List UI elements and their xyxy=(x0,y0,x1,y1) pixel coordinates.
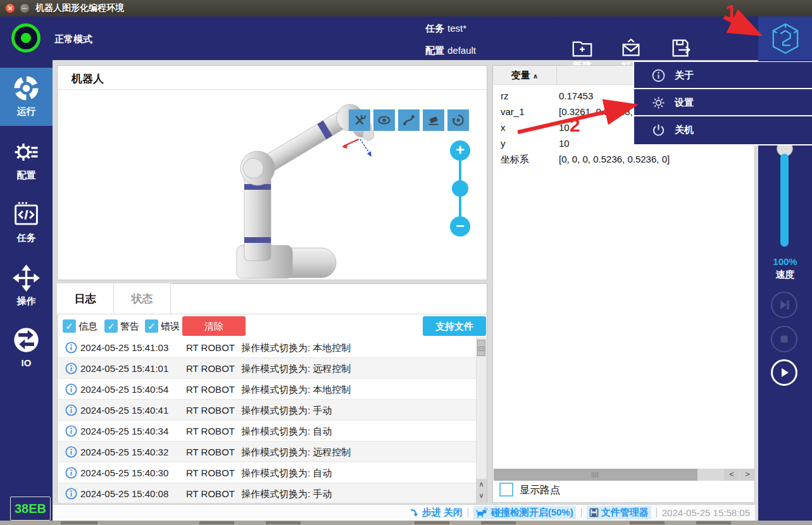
menu-item-shutdown[interactable]: 关机 xyxy=(634,116,812,144)
open-icon xyxy=(620,37,642,59)
robot-panel-header: 机器人 xyxy=(58,66,487,90)
variable-name: var_1 xyxy=(501,106,525,117)
sidebar-item-run[interactable]: 运行 xyxy=(0,68,53,126)
minimize-icon[interactable] xyxy=(20,3,30,13)
view-path-button[interactable] xyxy=(398,109,420,131)
scroll-right-icon[interactable]: > xyxy=(740,469,755,481)
clear-log-button[interactable]: 清除 xyxy=(182,316,246,336)
info-icon xyxy=(65,446,77,458)
info-icon xyxy=(65,404,77,416)
scrollbar-grip-icon xyxy=(592,472,599,478)
zoom-slider-handle[interactable] xyxy=(452,180,468,197)
filter-warning-checkbox[interactable]: ✓ xyxy=(104,319,118,333)
log-message: 操作模式切换为: 手动 xyxy=(241,405,332,417)
taskbar-strip xyxy=(0,521,812,525)
view-erase-button[interactable] xyxy=(423,109,444,131)
zoom-in-button[interactable]: + xyxy=(450,140,470,161)
variables-hscrollbar-thumb[interactable] xyxy=(494,469,697,481)
info-icon xyxy=(652,69,665,82)
variables-hscrollbar-track[interactable]: < > xyxy=(494,469,754,481)
speed-slider-track[interactable] xyxy=(780,154,789,247)
log-scrollbar-track[interactable] xyxy=(476,337,487,503)
support-files-button[interactable]: 支持文件 xyxy=(423,316,486,336)
log-message: 操作模式切换为: 自动 xyxy=(241,467,332,479)
step-forward-button[interactable] xyxy=(771,292,797,318)
status-datetime: 2024-05-25 15:58:05 xyxy=(662,507,750,518)
sidebar-item-task[interactable]: 任务 xyxy=(0,194,53,252)
scroll-down-icon[interactable]: ∨ xyxy=(476,491,487,500)
taskbar-segment xyxy=(61,521,97,524)
menu-item-about[interactable]: 关于 xyxy=(634,62,812,89)
filter-info-checkbox[interactable]: ✓ xyxy=(63,319,76,333)
info-icon xyxy=(65,342,77,354)
log-source: RT ROBOT xyxy=(186,384,235,395)
sidebar-item-operate[interactable]: 操作 xyxy=(0,257,53,316)
zoom-out-button[interactable]: − xyxy=(450,216,470,237)
top-header-bar: 正常模式 任务 test* 配置 default 新建 打开 xyxy=(0,16,812,60)
run-icon xyxy=(12,74,41,102)
taskbar-segment xyxy=(630,521,665,524)
sort-chevron-up-icon: ∧ xyxy=(533,72,539,80)
log-message: 操作模式切换为: 自动 xyxy=(241,426,332,438)
io-icon xyxy=(12,326,41,354)
power-icon xyxy=(652,123,665,137)
log-scrollbar-thumb[interactable] xyxy=(477,340,485,356)
close-icon[interactable] xyxy=(5,3,15,13)
play-button[interactable] xyxy=(771,359,797,386)
taskbar-segment xyxy=(415,521,449,524)
log-time: 2024-05-25 15:40:08 xyxy=(80,488,168,499)
new-folder-icon xyxy=(571,37,594,59)
variables-sort-header[interactable]: 变量 ∧ xyxy=(493,66,557,85)
info-icon xyxy=(65,425,77,437)
log-source: RT ROBOT xyxy=(186,405,235,416)
log-row: 2024-05-25 15:40:34 RT ROBOT 操作模式切换为: 自动 xyxy=(58,421,476,442)
skip-next-icon xyxy=(776,297,792,313)
system-dropdown-menu: 关于 设置 关机 xyxy=(633,61,812,145)
play-icon xyxy=(776,364,792,381)
show-waypoints-label: 显示路点 xyxy=(520,484,560,497)
taskbar-segment xyxy=(696,521,731,524)
filter-error-checkbox[interactable]: ✓ xyxy=(145,319,158,333)
menu-item-settings[interactable]: 设置 xyxy=(634,89,812,116)
tab-status[interactable]: 状态 xyxy=(114,283,171,314)
scroll-up-icon[interactable]: ∧ xyxy=(476,480,487,488)
log-time: 2024-05-25 15:40:30 xyxy=(80,467,168,478)
status-separator xyxy=(581,508,582,517)
view-visibility-button[interactable] xyxy=(373,109,395,131)
waypoint-path-icon xyxy=(402,113,416,127)
tab-log[interactable]: 日志 xyxy=(57,283,114,314)
log-time: 2024-05-25 15:40:32 xyxy=(80,447,168,457)
file-manager-button[interactable]: 文件管理器 xyxy=(587,506,651,519)
menu-item-label: 关机 xyxy=(675,124,694,136)
move-arrows-icon xyxy=(12,264,41,292)
view-tools-button[interactable] xyxy=(349,109,370,131)
step-mode-status[interactable]: 步进 关闭 xyxy=(409,507,463,519)
stop-button[interactable] xyxy=(771,326,797,352)
robot-id-badge[interactable]: 38EB xyxy=(10,497,51,521)
log-row: 2024-05-25 15:40:08 RT ROBOT 操作模式切换为: 手动 xyxy=(58,483,476,503)
scroll-left-icon[interactable]: < xyxy=(724,469,739,481)
log-row: 2024-05-25 15:41:03 RT ROBOT 操作模式切换为: 本地… xyxy=(58,337,476,358)
tool-frame-axes xyxy=(342,139,372,157)
variable-row[interactable]: 坐标系 [0, 0, 0, 0.5236, 0.5236, 0] xyxy=(493,152,754,168)
window-title: 机器人图形化编程环境 xyxy=(35,3,124,14)
log-message: 操作模式切换为: 远程控制 xyxy=(241,447,351,459)
show-waypoints-checkbox[interactable] xyxy=(499,483,513,497)
config-label: 配置 xyxy=(425,45,444,57)
mode-label: 正常模式 xyxy=(54,34,92,46)
collision-detection-status[interactable]: 碰撞检测开启(50%) xyxy=(473,506,576,519)
view-rotate-reset-button[interactable] xyxy=(447,109,469,131)
log-scrollbar-buttons: ∧ ∨ xyxy=(476,479,487,503)
brand-menu-button[interactable] xyxy=(758,16,812,60)
sidebar-item-config[interactable]: 配置 xyxy=(0,132,53,190)
task-code-icon xyxy=(12,201,41,229)
brand-cube-icon xyxy=(771,22,800,56)
log-message: 操作模式切换为: 远程控制 xyxy=(241,363,351,375)
log-list: 2024-05-25 15:41:03 RT ROBOT 操作模式切换为: 本地… xyxy=(58,337,476,503)
config-gear-icon xyxy=(12,138,41,166)
task-label: 任务 xyxy=(425,23,444,35)
speed-percent: 100% xyxy=(758,256,812,267)
sidebar-item-io[interactable]: IO xyxy=(0,319,53,378)
mode-status-dot xyxy=(21,33,31,43)
variable-value: 10 xyxy=(559,122,570,133)
